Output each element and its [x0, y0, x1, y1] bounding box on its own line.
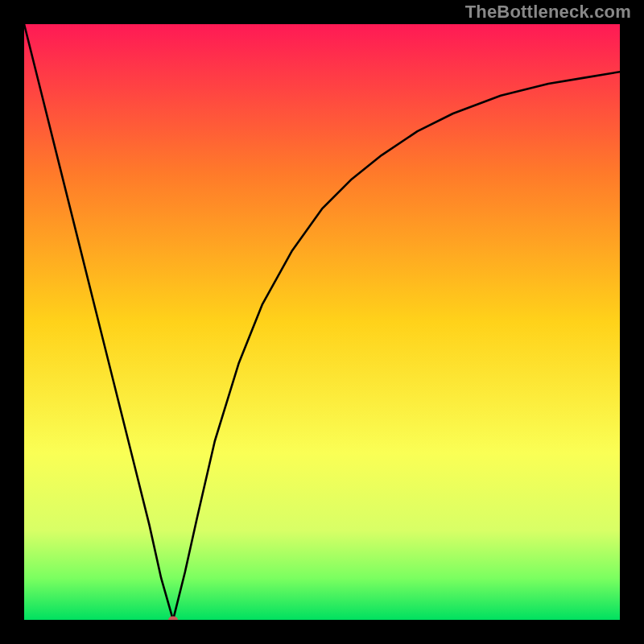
gradient-background: [24, 24, 620, 620]
plot-area: [24, 24, 620, 620]
chart-frame: TheBottleneck.com: [0, 0, 644, 644]
bottleneck-chart: [24, 24, 620, 620]
watermark-text: TheBottleneck.com: [465, 2, 631, 23]
